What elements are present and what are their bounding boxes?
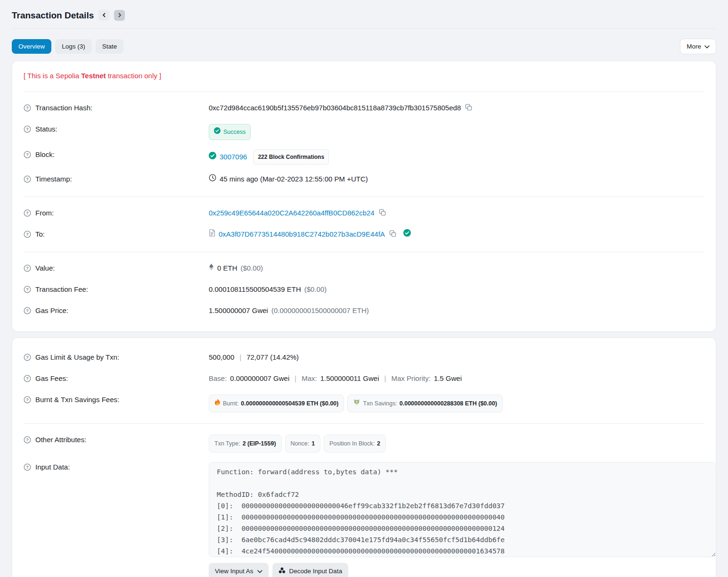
more-dropdown-label: More	[687, 43, 701, 50]
svg-text:?: ?	[26, 126, 29, 132]
gas-price-label: Gas Price:	[35, 305, 68, 316]
row-burnt-savings-fees: ? Burnt & Txn Savings Fees: Burnt: 0.000…	[24, 390, 704, 417]
transaction-hash-label: Transaction Hash:	[35, 103, 92, 113]
txn-savings-label: Txn Savings:	[363, 398, 397, 409]
copy-to-address-button[interactable]	[388, 230, 397, 239]
help-icon[interactable]: ?	[24, 396, 31, 406]
input-data-textarea[interactable]: Function: forward(address to,bytes data)…	[209, 462, 716, 557]
chevron-left-icon	[102, 12, 106, 19]
contract-file-icon	[209, 229, 215, 239]
svg-text:?: ?	[26, 376, 29, 381]
help-icon[interactable]: ?	[24, 231, 31, 241]
tab-overview[interactable]: Overview	[12, 39, 51, 54]
help-icon[interactable]: ?	[24, 151, 31, 161]
max-priority-fee-label: Max Priority:	[391, 373, 430, 384]
view-input-as-label: View Input As	[215, 568, 254, 575]
copy-icon	[389, 230, 396, 239]
transaction-fee-amount: 0.000108115500504539 ETH	[209, 284, 301, 295]
txn-savings-value: 0.000000000000288308 ETH ($0.00)	[400, 398, 497, 409]
more-dropdown-button[interactable]: More	[680, 39, 716, 54]
svg-text:?: ?	[26, 287, 29, 292]
status-badge: Success	[209, 124, 251, 140]
svg-text:?: ?	[26, 308, 29, 313]
row-transaction-hash: ? Transaction Hash: 0xc72d984ccac6190b5f…	[24, 98, 704, 119]
help-icon[interactable]: ?	[24, 463, 31, 474]
row-from: ? From: 0x259c49E65644a020C2A642260a4ffB…	[24, 203, 704, 224]
txn-type-badge: Txn Type: 2 (EIP-1559)	[209, 435, 282, 453]
gas-price-amount: 1.500000007 Gwei	[209, 305, 268, 316]
help-icon[interactable]: ?	[24, 375, 31, 385]
position-in-block-badge: Position In Block: 2	[324, 435, 386, 453]
row-block: ? Block: 3007096 222 Block Confirmations	[24, 145, 704, 169]
svg-text:?: ?	[26, 397, 29, 402]
gas-limit-value: 500,000	[209, 352, 234, 363]
decode-input-data-label: Decode Input Data	[289, 568, 343, 575]
help-icon[interactable]: ?	[24, 307, 31, 317]
row-transaction-fee: ? Transaction Fee: 0.000108115500504539 …	[24, 280, 704, 301]
help-icon[interactable]: ?	[24, 104, 31, 115]
details-card: ? Gas Limit & Usage by Txn: 500,000 | 72…	[12, 338, 716, 577]
help-icon[interactable]: ?	[24, 354, 31, 364]
testnet-notice-bold: Testnet	[81, 72, 106, 80]
section-divider	[24, 423, 704, 424]
separator: |	[237, 352, 243, 363]
position-in-block-label: Position In Block:	[329, 438, 375, 449]
copy-icon	[379, 209, 386, 217]
gas-usage-value: 72,077 (14.42%)	[246, 352, 299, 363]
decode-input-data-button[interactable]: Decode Input Data	[272, 563, 349, 577]
page-title: Transaction Details	[12, 10, 94, 21]
to-address-link[interactable]: 0xA3f07D6773514480b918C2742b027b3acD9E44…	[219, 229, 385, 239]
svg-text:?: ?	[26, 231, 29, 237]
copy-from-address-button[interactable]	[378, 209, 387, 217]
other-attributes-label: Other Attributes:	[35, 435, 86, 445]
max-fee-label: Max:	[302, 373, 317, 384]
value-label: Value:	[35, 263, 55, 273]
position-in-block-value: 2	[377, 438, 380, 449]
from-address-link[interactable]: 0x259c49E65644a020C2A642260a4ffB0CD862cb…	[209, 208, 375, 218]
flame-icon	[214, 398, 221, 409]
check-circle-icon	[209, 152, 216, 162]
clock-icon	[209, 174, 216, 184]
block-number-link[interactable]: 3007096	[220, 152, 247, 162]
txn-type-label: Txn Type:	[214, 438, 240, 449]
timestamp-value: 45 mins ago (Mar-02-2023 12:55:00 PM +UT…	[220, 174, 368, 184]
section-divider	[24, 91, 704, 92]
section-divider	[24, 197, 704, 197]
nonce-value: 1	[311, 438, 315, 449]
transaction-hash-value: 0xc72d984ccac6190b5f135576eb97b03604bc81…	[209, 103, 461, 113]
help-icon[interactable]: ?	[24, 436, 31, 446]
gas-price-eth: (0.000000001500000007 ETH)	[271, 305, 369, 316]
testnet-notice-prefix: [ This is a Sepolia	[24, 72, 81, 80]
row-gas-limit-usage: ? Gas Limit & Usage by Txn: 500,000 | 72…	[24, 347, 704, 369]
row-other-attributes: ? Other Attributes: Txn Type: 2 (EIP-155…	[24, 430, 704, 457]
ethereum-icon	[209, 263, 214, 273]
svg-text:?: ?	[26, 265, 29, 271]
status-badge-text: Success	[223, 127, 245, 137]
help-icon[interactable]: ?	[24, 125, 31, 136]
view-input-as-button[interactable]: View Input As	[209, 563, 269, 577]
help-icon[interactable]: ?	[24, 286, 31, 296]
testnet-notice: [ This is a Sepolia Testnet transaction …	[24, 71, 704, 85]
base-fee-label: Base:	[209, 373, 227, 384]
svg-text:?: ?	[26, 152, 29, 157]
next-transaction-button[interactable]	[114, 10, 125, 21]
separator: |	[383, 373, 388, 384]
tab-state[interactable]: State	[96, 39, 124, 54]
previous-transaction-button[interactable]	[98, 10, 109, 21]
transaction-fee-label: Transaction Fee:	[35, 284, 88, 295]
help-icon[interactable]: ?	[24, 209, 31, 220]
section-divider	[24, 252, 704, 252]
base-fee-value: 0.000000007 Gwei	[230, 373, 289, 384]
timestamp-label: Timestamp:	[35, 174, 72, 184]
input-data-actions: View Input As Decode Input Data	[209, 563, 704, 577]
help-icon[interactable]: ?	[24, 175, 31, 186]
help-icon[interactable]: ?	[24, 264, 31, 275]
max-priority-fee-value: 1.5 Gwei	[434, 373, 462, 384]
copy-transaction-hash-button[interactable]	[464, 104, 473, 112]
svg-text:?: ?	[26, 354, 29, 360]
separator: |	[293, 373, 298, 384]
testnet-notice-suffix: transaction only ]	[106, 72, 162, 80]
page-header: Transaction Details	[12, 0, 716, 28]
to-label: To:	[35, 229, 45, 239]
tab-logs[interactable]: Logs (3)	[55, 39, 92, 54]
